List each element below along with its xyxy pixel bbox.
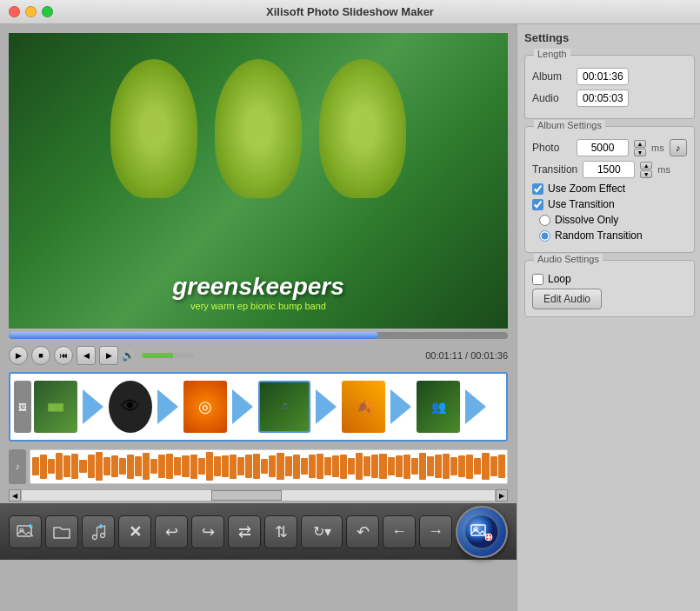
loop-checkbox[interactable] <box>532 274 543 285</box>
edit-audio-button[interactable]: Edit Audio <box>532 289 602 309</box>
flip-button[interactable]: ⇅ <box>264 515 297 548</box>
back-button[interactable]: ← <box>383 515 416 548</box>
scroll-right-button[interactable]: ▶ <box>496 489 508 501</box>
preview-album-sub: very warm ep bionic bump band <box>190 301 326 311</box>
scroll-left-button[interactable]: ◀ <box>9 489 21 501</box>
timeline-arrow-4 <box>313 385 339 428</box>
random-transition-label: Random Transition <box>555 229 643 242</box>
timeline-arrow-6 <box>463 385 489 428</box>
timeline[interactable]: 🖼 ▓▓▓ 👁 ◎ 🎵 <box>9 372 508 442</box>
transition-label: Transition <box>532 163 577 176</box>
use-transition-label: Use Transition <box>548 198 615 210</box>
timeline-thumb-4[interactable]: 🎵 <box>258 381 310 433</box>
audio-value: 00:05:03 <box>577 90 629 107</box>
bottom-toolbar: ✕ ↩ ↪ ⇄ ⇅ ↻▾ ↶ ← → <box>0 503 517 560</box>
dissolve-only-radio[interactable] <box>539 215 550 226</box>
audio-settings-title: Audio Settings <box>534 254 603 264</box>
use-zoom-effect-label: Use Zoom Effect <box>548 183 625 195</box>
audio-label: Audio <box>532 92 571 104</box>
time-display: 00:01:11 / 00:01:36 <box>425 350 508 361</box>
titlebar: Xilisoft Photo Slideshow Maker <box>0 0 700 24</box>
transition-spinner-up[interactable]: ▲ <box>640 162 652 169</box>
logo-button[interactable] <box>456 506 508 558</box>
rotate-ccw-button[interactable]: ↩ <box>155 515 188 548</box>
convert-button[interactable]: ↻▾ <box>301 515 343 548</box>
open-folder-button[interactable] <box>45 515 78 548</box>
svg-rect-0 <box>17 526 31 536</box>
dissolve-only-row: Dissolve Only <box>532 214 687 226</box>
random-transition-radio[interactable] <box>539 230 550 242</box>
photo-spinner-up[interactable]: ▲ <box>634 140 646 148</box>
use-zoom-effect-checkbox[interactable] <box>532 183 543 195</box>
audio-row-container: ♪ <box>9 447 508 486</box>
undo-button[interactable]: ↶ <box>346 515 379 548</box>
album-settings-title: Album Settings <box>534 120 605 130</box>
transition-spinner-down[interactable]: ▼ <box>640 170 652 178</box>
scrollbar-row: ◀ ▶ <box>9 489 508 501</box>
right-panel: Settings Length Album 00:01:36 Audio 00:… <box>517 24 700 611</box>
timeline-thumb-3[interactable]: ◎ <box>183 381 227 433</box>
album-value: 00:01:36 <box>577 68 629 85</box>
scroll-track[interactable] <box>21 489 496 501</box>
audio-length-row: Audio 00:05:03 <box>532 90 687 107</box>
preview-area: greenskeepers very warm ep bionic bump b… <box>9 33 508 329</box>
timeline-thumb-6[interactable]: 👥 <box>417 381 460 433</box>
preview-image: greenskeepers very warm ep bionic bump b… <box>9 33 508 329</box>
progress-bar-fill <box>9 332 378 339</box>
photo-spinner-down[interactable]: ▼ <box>634 149 646 156</box>
timeline-arrow-2 <box>155 385 181 428</box>
swap-button[interactable]: ⇄ <box>228 515 261 548</box>
left-panel: greenskeepers very warm ep bionic bump b… <box>0 24 517 611</box>
photo-unit: ms <box>651 143 664 153</box>
waveform-bars <box>30 450 507 483</box>
music-icon-button[interactable]: ♪ <box>670 139 687 156</box>
photo-value-input[interactable] <box>577 139 629 156</box>
album-label: Album <box>532 70 571 83</box>
prev-frame-button[interactable]: ◀ <box>77 346 96 365</box>
length-group-title: Length <box>534 49 570 59</box>
timeline-thumb-5[interactable]: 🍂 <box>342 381 385 433</box>
use-transition-checkbox[interactable] <box>532 199 543 210</box>
traffic-lights[interactable] <box>9 6 53 17</box>
add-photo-button[interactable] <box>9 515 42 548</box>
length-group: Length Album 00:01:36 Audio 00:05:03 <box>524 55 695 119</box>
window-title: Xilisoft Photo Slideshow Maker <box>266 5 434 18</box>
minimize-button[interactable] <box>25 6 37 17</box>
timeline-thumb-1[interactable]: ▓▓▓ <box>34 381 77 433</box>
preview-artist-name: greenskeepers <box>172 273 344 301</box>
use-zoom-effect-row: Use Zoom Effect <box>532 183 687 195</box>
prev-button[interactable]: ⏮ <box>54 346 73 365</box>
photo-spinner[interactable]: ▲ ▼ <box>634 140 646 156</box>
photo-label: Photo <box>532 142 571 154</box>
audio-settings-group: Audio Settings Loop Edit Audio <box>524 260 695 317</box>
timeline-arrow-3 <box>230 385 256 428</box>
transition-spinner[interactable]: ▲ ▼ <box>640 162 652 178</box>
photo-setting-row: Photo ▲ ▼ ms ♪ <box>532 139 687 156</box>
timeline-thumb-2[interactable]: 👁 <box>109 381 152 433</box>
timeline-arrow-5 <box>388 385 414 428</box>
add-music-button[interactable] <box>82 515 115 548</box>
progress-bar-container[interactable] <box>9 332 508 339</box>
delete-button[interactable]: ✕ <box>118 515 151 548</box>
use-transition-row: Use Transition <box>532 198 687 210</box>
loop-row: Loop <box>532 273 687 285</box>
silhouette-3 <box>319 59 406 198</box>
next-frame-button[interactable]: ▶ <box>99 346 118 365</box>
play-button[interactable]: ▶ <box>9 346 28 365</box>
transition-unit: ms <box>657 164 670 175</box>
forward-button[interactable]: → <box>419 515 452 548</box>
transition-value-input[interactable] <box>583 161 635 178</box>
album-length-row: Album 00:01:36 <box>532 68 687 85</box>
scroll-thumb[interactable] <box>211 490 283 501</box>
transition-setting-row: Transition ▲ ▼ ms <box>532 161 687 178</box>
silhouette-2 <box>215 59 302 198</box>
maximize-button[interactable] <box>42 6 53 17</box>
album-settings-group: Album Settings Photo ▲ ▼ ms ♪ Transition <box>524 126 695 253</box>
timeline-photo-icon: 🖼 <box>14 381 31 433</box>
timeline-arrow-1 <box>80 385 106 428</box>
close-button[interactable] <box>9 6 20 17</box>
settings-title: Settings <box>524 31 695 44</box>
stop-button[interactable]: ■ <box>31 346 50 365</box>
rotate-cw-button[interactable]: ↪ <box>191 515 224 548</box>
volume-slider[interactable] <box>142 353 194 358</box>
